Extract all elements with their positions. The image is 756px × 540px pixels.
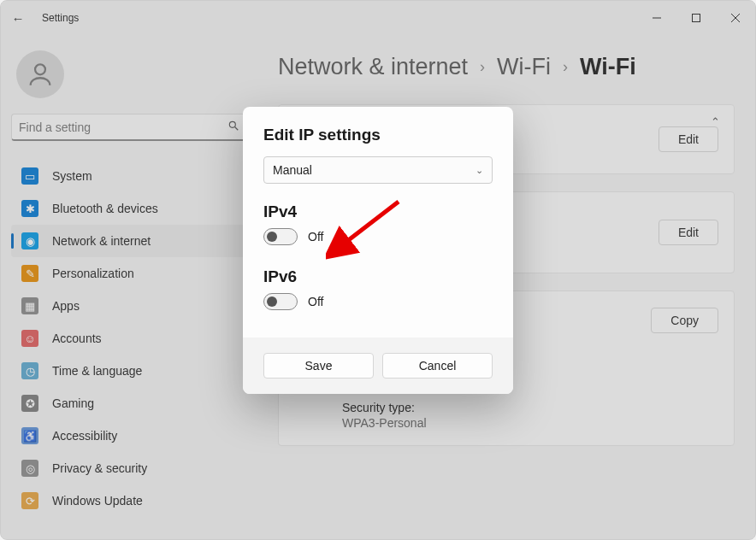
edit-ip-dialog: Edit IP settings Manual ⌄ IPv4 Off IPv6 … (243, 107, 513, 394)
cancel-button[interactable]: Cancel (382, 353, 493, 379)
ipv4-label: IPv4 (263, 202, 493, 221)
chevron-down-icon: ⌄ (475, 165, 483, 176)
save-button[interactable]: Save (263, 353, 374, 379)
ipv6-state: Off (308, 295, 323, 308)
modal-overlay: Edit IP settings Manual ⌄ IPv4 Off IPv6 … (1, 1, 755, 539)
ipv6-toggle[interactable] (263, 293, 298, 310)
ipv4-state: Off (308, 230, 323, 244)
ip-mode-select[interactable]: Manual ⌄ (263, 156, 493, 184)
ipv4-toggle[interactable] (263, 228, 298, 245)
ipv6-label: IPv6 (263, 267, 493, 286)
ip-mode-value: Manual (273, 163, 312, 177)
dialog-title: Edit IP settings (263, 126, 493, 144)
